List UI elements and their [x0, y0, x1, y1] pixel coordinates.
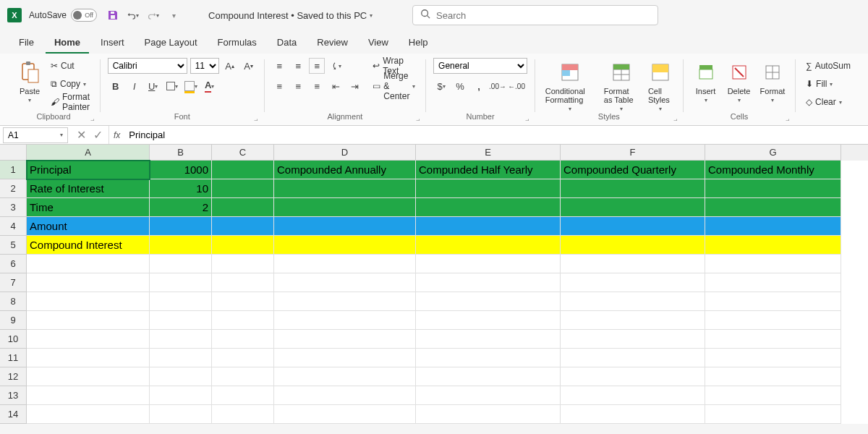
cell-F8[interactable] [561, 292, 705, 311]
toggle-switch[interactable]: Off [71, 9, 97, 22]
cell-F12[interactable] [561, 367, 705, 386]
row-header-5[interactable]: 5 [0, 236, 27, 255]
cell-A2[interactable]: Rate of Interest [27, 179, 150, 198]
cancel-formula-icon[interactable]: ✕ [74, 128, 89, 142]
fx-icon[interactable]: fx [109, 130, 124, 140]
tab-formulas[interactable]: Formulas [209, 33, 265, 54]
row-header-4[interactable]: 4 [0, 217, 27, 236]
search-input[interactable] [436, 10, 650, 21]
align-left-icon[interactable]: ≡ [271, 78, 287, 94]
cell-B8[interactable] [150, 292, 212, 311]
cell-B11[interactable] [150, 349, 212, 367]
col-header-G[interactable]: G [705, 145, 841, 161]
insert-cells-button[interactable]: Insert▾ [691, 58, 721, 105]
cell-E6[interactable] [416, 255, 561, 273]
cell-A3[interactable]: Time [27, 198, 150, 217]
copy-button[interactable]: ⧉Copy▾ [48, 76, 93, 92]
cell-C4[interactable] [212, 217, 274, 236]
tab-help[interactable]: Help [400, 33, 437, 54]
row-header-10[interactable]: 10 [0, 330, 27, 349]
cell-D8[interactable] [274, 292, 416, 311]
accounting-format-icon[interactable]: $▾ [433, 78, 449, 94]
cell-F10[interactable] [561, 330, 705, 349]
cell-A10[interactable] [27, 330, 150, 349]
row-header-6[interactable]: 6 [0, 255, 27, 273]
select-all-corner[interactable] [0, 145, 27, 161]
cell-G8[interactable] [705, 292, 841, 311]
cell-E13[interactable] [416, 386, 561, 405]
font-color-button[interactable]: A▾ [202, 78, 218, 94]
tab-home[interactable]: Home [46, 33, 89, 54]
search-box[interactable] [412, 5, 658, 25]
cell-A11[interactable] [27, 349, 150, 367]
cell-D11[interactable] [274, 349, 416, 367]
cell-C1[interactable] [212, 161, 274, 179]
cell-G13[interactable] [705, 386, 841, 405]
cell-F2[interactable] [561, 179, 705, 198]
clear-button[interactable]: ◇Clear▾ [803, 94, 845, 110]
cell-D7[interactable] [274, 273, 416, 292]
cell-D6[interactable] [274, 255, 416, 273]
autosave-toggle[interactable]: AutoSave Off [29, 9, 97, 22]
cell-E14[interactable] [416, 405, 561, 424]
orientation-icon[interactable]: ⤹▾ [328, 58, 344, 74]
format-painter-button[interactable]: 🖌Format Painter [48, 94, 93, 110]
tab-insert[interactable]: Insert [92, 33, 133, 54]
cell-E10[interactable] [416, 330, 561, 349]
cell-E9[interactable] [416, 311, 561, 330]
cell-E1[interactable]: Compunded Half Yearly [416, 161, 561, 179]
font-name-select[interactable]: Calibri [108, 58, 187, 74]
col-header-F[interactable]: F [561, 145, 705, 161]
col-header-B[interactable]: B [150, 145, 212, 161]
increase-decimal-icon[interactable]: .00→ [490, 78, 506, 94]
cell-G2[interactable] [705, 179, 841, 198]
name-box[interactable]: A1▾ [3, 127, 68, 143]
cell-F14[interactable] [561, 405, 705, 424]
cell-C12[interactable] [212, 367, 274, 386]
row-header-12[interactable]: 12 [0, 367, 27, 386]
row-header-14[interactable]: 14 [0, 405, 27, 424]
cell-styles-button[interactable]: Cell Styles▾ [645, 58, 676, 114]
format-cells-button[interactable]: Format▾ [757, 58, 788, 105]
cell-B6[interactable] [150, 255, 212, 273]
conditional-formatting-button[interactable]: Conditional Formatting▾ [542, 58, 598, 114]
cell-E12[interactable] [416, 367, 561, 386]
tab-review[interactable]: Review [308, 33, 357, 54]
cell-F5[interactable] [561, 236, 705, 255]
cell-D12[interactable] [274, 367, 416, 386]
cell-D1[interactable]: Compounded Annually [274, 161, 416, 179]
document-title[interactable]: Compound Interest • Saved to this PC▾ [208, 10, 373, 21]
cell-D13[interactable] [274, 386, 416, 405]
tab-data[interactable]: Data [268, 33, 305, 54]
tab-view[interactable]: View [359, 33, 397, 54]
row-header-9[interactable]: 9 [0, 311, 27, 330]
cell-C10[interactable] [212, 330, 274, 349]
decrease-font-icon[interactable]: A▾ [241, 58, 257, 74]
align-top-icon[interactable]: ≡ [271, 58, 287, 74]
cell-A12[interactable] [27, 367, 150, 386]
underline-button[interactable]: U▾ [145, 78, 161, 94]
align-right-icon[interactable]: ≡ [309, 78, 325, 94]
cell-C9[interactable] [212, 311, 274, 330]
undo-icon[interactable]: ▾ [127, 9, 139, 21]
italic-button[interactable]: I [127, 78, 142, 94]
row-header-7[interactable]: 7 [0, 273, 27, 292]
cell-G11[interactable] [705, 349, 841, 367]
number-format-select[interactable]: General [433, 58, 527, 74]
cell-A14[interactable] [27, 405, 150, 424]
delete-cells-button[interactable]: Delete▾ [724, 58, 754, 105]
cell-B7[interactable] [150, 273, 212, 292]
bold-button[interactable]: B [108, 78, 124, 94]
cell-C6[interactable] [212, 255, 274, 273]
cell-F4[interactable] [561, 217, 705, 236]
cell-B3[interactable]: 2 [150, 198, 212, 217]
increase-font-icon[interactable]: A▴ [222, 58, 238, 74]
tab-page-layout[interactable]: Page Layout [136, 33, 206, 54]
redo-icon[interactable]: ▾ [148, 9, 159, 21]
cell-C8[interactable] [212, 292, 274, 311]
col-header-E[interactable]: E [416, 145, 561, 161]
row-header-3[interactable]: 3 [0, 198, 27, 217]
align-middle-icon[interactable]: ≡ [290, 58, 306, 74]
cell-A5[interactable]: Compound Interest [27, 236, 150, 255]
cell-F13[interactable] [561, 386, 705, 405]
